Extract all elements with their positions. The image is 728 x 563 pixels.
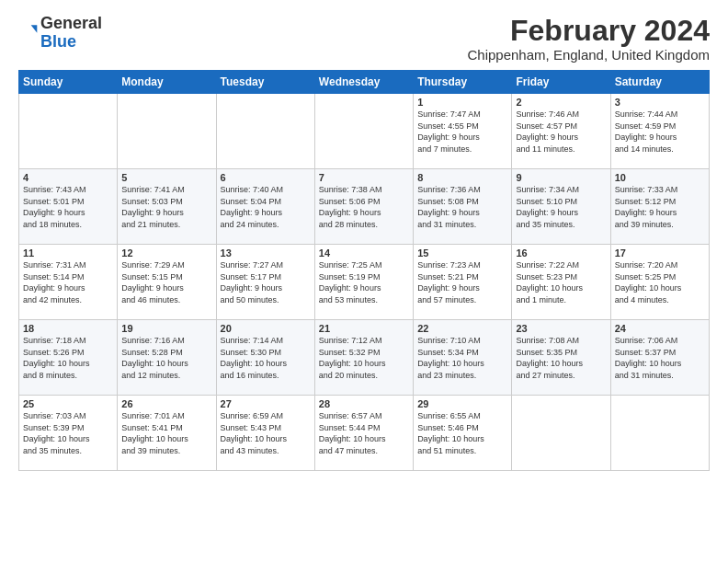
calendar-cell: 10Sunrise: 7:33 AM Sunset: 5:12 PM Dayli… [610, 169, 709, 245]
calendar-week-5: 25Sunrise: 7:03 AM Sunset: 5:39 PM Dayli… [19, 396, 710, 471]
header: General Blue February 2024 Chippenham, E… [18, 15, 710, 63]
day-number: 18 [23, 323, 113, 334]
calendar-cell: 16Sunrise: 7:22 AM Sunset: 5:23 PM Dayli… [512, 245, 610, 320]
day-info: Sunrise: 7:31 AM Sunset: 5:14 PM Dayligh… [23, 259, 113, 305]
svg-marker-0 [31, 25, 38, 32]
day-info: Sunrise: 7:46 AM Sunset: 4:57 PM Dayligh… [516, 109, 606, 155]
day-number: 9 [516, 172, 606, 183]
weekday-header-sunday: Sunday [19, 71, 118, 94]
day-number: 15 [417, 247, 507, 259]
day-info: Sunrise: 6:59 AM Sunset: 5:43 PM Dayligh… [221, 410, 311, 456]
calendar-header-row: SundayMondayTuesdayWednesdayThursdayFrid… [19, 71, 710, 94]
day-number: 6 [221, 172, 311, 183]
day-info: Sunrise: 7:41 AM Sunset: 5:03 PM Dayligh… [121, 184, 211, 230]
day-info: Sunrise: 7:20 AM Sunset: 5:25 PM Dayligh… [615, 259, 705, 305]
calendar-cell: 21Sunrise: 7:12 AM Sunset: 5:32 PM Dayli… [314, 320, 413, 396]
calendar-cell: 11Sunrise: 7:31 AM Sunset: 5:14 PM Dayli… [19, 245, 118, 320]
day-number: 26 [121, 398, 211, 409]
day-info: Sunrise: 7:01 AM Sunset: 5:41 PM Dayligh… [121, 410, 211, 456]
day-number: 7 [319, 172, 409, 183]
calendar-cell: 22Sunrise: 7:10 AM Sunset: 5:34 PM Dayli… [414, 320, 512, 396]
calendar-table: SundayMondayTuesdayWednesdayThursdayFrid… [18, 70, 710, 471]
weekday-header-wednesday: Wednesday [314, 71, 413, 94]
calendar-cell: 26Sunrise: 7:01 AM Sunset: 5:41 PM Dayli… [118, 396, 216, 471]
day-number: 27 [221, 398, 311, 409]
calendar-cell: 24Sunrise: 7:06 AM Sunset: 5:37 PM Dayli… [610, 320, 709, 396]
calendar-cell [512, 396, 610, 471]
day-info: Sunrise: 7:44 AM Sunset: 4:59 PM Dayligh… [615, 109, 705, 155]
day-info: Sunrise: 7:14 AM Sunset: 5:30 PM Dayligh… [221, 335, 311, 381]
day-number: 10 [615, 172, 705, 183]
calendar-cell: 20Sunrise: 7:14 AM Sunset: 5:30 PM Dayli… [216, 320, 314, 396]
calendar-cell: 18Sunrise: 7:18 AM Sunset: 5:26 PM Dayli… [19, 320, 118, 396]
weekday-header-thursday: Thursday [414, 71, 512, 94]
day-number: 16 [516, 247, 606, 259]
day-info: Sunrise: 7:27 AM Sunset: 5:17 PM Dayligh… [221, 259, 311, 305]
calendar-cell [610, 396, 709, 471]
day-info: Sunrise: 7:06 AM Sunset: 5:37 PM Dayligh… [615, 335, 705, 381]
day-info: Sunrise: 7:23 AM Sunset: 5:21 PM Dayligh… [417, 259, 507, 305]
day-info: Sunrise: 7:10 AM Sunset: 5:34 PM Dayligh… [417, 335, 507, 381]
calendar-week-1: 1Sunrise: 7:47 AM Sunset: 4:55 PM Daylig… [19, 94, 710, 169]
day-number: 21 [319, 323, 409, 334]
day-number: 4 [23, 172, 113, 183]
calendar-cell: 14Sunrise: 7:25 AM Sunset: 5:19 PM Dayli… [314, 245, 413, 320]
calendar-cell: 15Sunrise: 7:23 AM Sunset: 5:21 PM Dayli… [414, 245, 512, 320]
day-info: Sunrise: 7:33 AM Sunset: 5:12 PM Dayligh… [615, 184, 705, 230]
calendar-cell [19, 94, 118, 169]
calendar-cell: 7Sunrise: 7:38 AM Sunset: 5:06 PM Daylig… [314, 169, 413, 245]
day-info: Sunrise: 7:03 AM Sunset: 5:39 PM Dayligh… [23, 410, 113, 456]
day-number: 17 [615, 247, 705, 259]
calendar-cell: 27Sunrise: 6:59 AM Sunset: 5:43 PM Dayli… [216, 396, 314, 471]
day-number: 12 [121, 247, 211, 259]
day-info: Sunrise: 7:29 AM Sunset: 5:15 PM Dayligh… [121, 259, 211, 305]
calendar-cell: 3Sunrise: 7:44 AM Sunset: 4:59 PM Daylig… [610, 94, 709, 169]
calendar-cell: 1Sunrise: 7:47 AM Sunset: 4:55 PM Daylig… [414, 94, 512, 169]
calendar-cell: 23Sunrise: 7:08 AM Sunset: 5:35 PM Dayli… [512, 320, 610, 396]
day-info: Sunrise: 7:38 AM Sunset: 5:06 PM Dayligh… [319, 184, 409, 230]
day-number: 23 [516, 323, 606, 334]
calendar-week-4: 18Sunrise: 7:18 AM Sunset: 5:26 PM Dayli… [19, 320, 710, 396]
calendar-cell: 9Sunrise: 7:34 AM Sunset: 5:10 PM Daylig… [512, 169, 610, 245]
day-number: 25 [23, 398, 113, 409]
weekday-header-saturday: Saturday [610, 71, 709, 94]
logo-text: General Blue [40, 15, 102, 52]
calendar-cell [118, 94, 216, 169]
calendar-cell [314, 94, 413, 169]
logo-blue: Blue [40, 32, 76, 51]
day-info: Sunrise: 7:40 AM Sunset: 5:04 PM Dayligh… [221, 184, 311, 230]
day-info: Sunrise: 7:34 AM Sunset: 5:10 PM Dayligh… [516, 184, 606, 230]
day-info: Sunrise: 7:12 AM Sunset: 5:32 PM Dayligh… [319, 335, 409, 381]
day-info: Sunrise: 7:22 AM Sunset: 5:23 PM Dayligh… [516, 259, 606, 305]
page: General Blue February 2024 Chippenham, E… [0, 0, 728, 563]
day-number: 14 [319, 247, 409, 259]
calendar-cell: 8Sunrise: 7:36 AM Sunset: 5:08 PM Daylig… [414, 169, 512, 245]
day-number: 29 [417, 398, 507, 409]
day-number: 20 [221, 323, 311, 334]
day-info: Sunrise: 7:08 AM Sunset: 5:35 PM Dayligh… [516, 335, 606, 381]
day-number: 22 [417, 323, 507, 334]
calendar-week-3: 11Sunrise: 7:31 AM Sunset: 5:14 PM Dayli… [19, 245, 710, 320]
calendar-week-2: 4Sunrise: 7:43 AM Sunset: 5:01 PM Daylig… [19, 169, 710, 245]
logo-icon [20, 22, 39, 40]
day-number: 28 [319, 398, 409, 409]
day-info: Sunrise: 7:25 AM Sunset: 5:19 PM Dayligh… [319, 259, 409, 305]
day-number: 13 [221, 247, 311, 259]
calendar-cell: 5Sunrise: 7:41 AM Sunset: 5:03 PM Daylig… [118, 169, 216, 245]
title-block: February 2024 Chippenham, England, Unite… [467, 15, 710, 63]
calendar-cell: 6Sunrise: 7:40 AM Sunset: 5:04 PM Daylig… [216, 169, 314, 245]
day-info: Sunrise: 7:18 AM Sunset: 5:26 PM Dayligh… [23, 335, 113, 381]
day-number: 2 [516, 97, 606, 108]
day-number: 1 [417, 97, 507, 108]
calendar-cell: 12Sunrise: 7:29 AM Sunset: 5:15 PM Dayli… [118, 245, 216, 320]
calendar-cell: 13Sunrise: 7:27 AM Sunset: 5:17 PM Dayli… [216, 245, 314, 320]
logo-general: General [40, 14, 102, 32]
day-info: Sunrise: 6:57 AM Sunset: 5:44 PM Dayligh… [319, 410, 409, 456]
day-info: Sunrise: 7:43 AM Sunset: 5:01 PM Dayligh… [23, 184, 113, 230]
calendar-body: 1Sunrise: 7:47 AM Sunset: 4:55 PM Daylig… [19, 94, 710, 471]
day-number: 5 [121, 172, 211, 183]
calendar-cell: 2Sunrise: 7:46 AM Sunset: 4:57 PM Daylig… [512, 94, 610, 169]
day-info: Sunrise: 6:55 AM Sunset: 5:46 PM Dayligh… [417, 410, 507, 456]
weekday-header-tuesday: Tuesday [216, 71, 314, 94]
weekday-header-friday: Friday [512, 71, 610, 94]
